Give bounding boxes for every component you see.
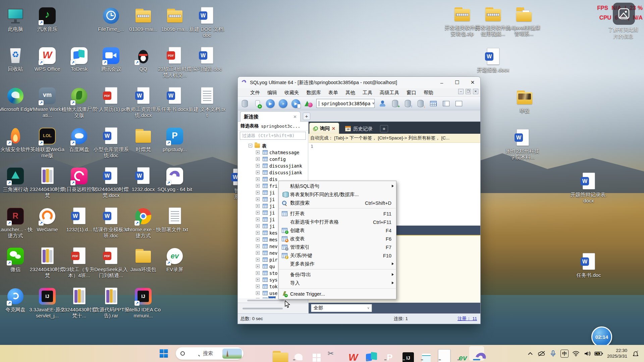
context-menu-item[interactable]: ✎改变表F6 xyxy=(279,235,396,243)
new-connection-icon[interactable]: + xyxy=(253,99,263,109)
desktop-icon[interactable]: 毕设 xyxy=(506,88,543,114)
edge-button[interactable] xyxy=(287,346,302,361)
tree-root-row[interactable]: −表 xyxy=(238,142,308,149)
desktop-icon[interactable]: W开题答辩记录表.docx xyxy=(570,172,607,204)
wps-button[interactable]: W xyxy=(341,346,356,361)
expand-icon[interactable]: + xyxy=(256,204,260,208)
expand-icon[interactable]: + xyxy=(256,157,260,161)
desktop-icon[interactable]: ev↗EV录屏 xyxy=(156,246,194,273)
connect-icon[interactable] xyxy=(240,99,250,109)
filter-input[interactable]: 过滤器 (Ctrl+Shift+B) xyxy=(240,132,306,140)
wifi-icon[interactable] xyxy=(571,349,581,359)
document-app-button[interactable] xyxy=(432,346,447,361)
copy-database-icon[interactable]: + xyxy=(390,99,400,109)
context-menu-item[interactable]: 数据搜索Ctrl+Shift+D xyxy=(279,199,396,207)
mdi-minimize-button[interactable]: – xyxy=(458,89,464,94)
context-menu-item[interactable]: 更多表操作 xyxy=(279,260,396,268)
ev-recorder-button[interactable]: ev xyxy=(451,346,466,361)
context-menu-item[interactable]: 备份/导出 xyxy=(279,270,396,279)
battery-icon[interactable] xyxy=(594,349,604,359)
export-database-icon[interactable]: ↑ xyxy=(403,99,413,109)
expand-icon[interactable]: + xyxy=(256,278,260,282)
new-query-tab-button[interactable]: + xyxy=(380,125,388,132)
context-menu-item[interactable]: ⚷关/系/外键F10 xyxy=(279,251,396,260)
desktop-icon[interactable]: P↗phpstudy... xyxy=(156,126,194,153)
menubar-item[interactable]: 其他 xyxy=(342,88,359,97)
menubar-item[interactable]: 窗口 xyxy=(403,88,420,97)
expand-icon[interactable]: + xyxy=(256,150,260,154)
expand-icon[interactable]: + xyxy=(256,291,260,295)
execute-query-icon[interactable]: ▶ xyxy=(265,99,275,109)
database-combo[interactable]: springboot3c3856pa˅ xyxy=(316,99,375,108)
expand-icon[interactable]: + xyxy=(256,218,260,221)
expand-icon[interactable]: + xyxy=(256,164,260,168)
connection-tab-close-icon[interactable]: ✕ xyxy=(293,114,297,119)
expand-icon[interactable]: + xyxy=(256,285,260,288)
result-filter-combo[interactable]: 全部 ˅ xyxy=(311,304,372,312)
tray-expand-chevron-icon[interactable] xyxy=(525,349,535,359)
desktop-icon[interactable]: 1.6javaEE健康管理系... xyxy=(505,5,543,37)
context-menu-item[interactable]: Create Trigger... xyxy=(279,290,396,298)
expand-icon[interactable]: + xyxy=(256,244,260,248)
connection-tab[interactable]: 新连接 ✕ xyxy=(240,111,301,122)
phpstudy-button[interactable]: P xyxy=(378,346,393,361)
sidebar-bottom-scrollbar[interactable] xyxy=(238,303,309,313)
desktop-icon[interactable]: W任务书.doc xyxy=(570,252,607,278)
tree-table-row[interactable]: +discussjiank xyxy=(238,169,308,176)
menubar-item[interactable]: 工具 xyxy=(359,88,376,97)
expand-icon[interactable]: + xyxy=(256,184,260,188)
onedrive-offline-icon[interactable] xyxy=(537,349,547,359)
desktop-icon[interactable]: ↗SQLyog - 64 bit xyxy=(156,166,194,192)
expand-icon[interactable]: + xyxy=(256,197,260,201)
menubar-item[interactable]: 编辑 xyxy=(264,88,281,97)
tray-clock[interactable]: 22:30 2025/3/31 xyxy=(607,348,627,359)
menubar-item[interactable]: 文件 xyxy=(247,88,264,97)
maximize-button[interactable]: ☐ xyxy=(449,77,465,88)
context-menu-item[interactable]: 在新选项卡中打开表格Ctrl+F11 xyxy=(279,218,396,226)
desktop-icon[interactable]: ♪↗汽水音乐 xyxy=(29,6,66,32)
expand-icon[interactable]: + xyxy=(256,238,260,241)
context-menu-item[interactable]: 打开表F11 xyxy=(279,209,396,218)
stop-query-icon[interactable] xyxy=(304,99,314,109)
volume-icon[interactable] xyxy=(582,349,592,359)
expand-icon[interactable]: + xyxy=(256,177,260,181)
layout-split-icon[interactable] xyxy=(441,99,451,109)
floating-clock-widget[interactable]: 02:14 xyxy=(591,326,612,347)
context-menu-item[interactable]: 导入 xyxy=(279,279,396,287)
window-titlebar[interactable]: SQLyog Ultimate 64 - [新连接/springboot3c38… xyxy=(238,77,480,88)
history-tab[interactable]: 18 历史记录 xyxy=(341,124,377,134)
collapse-icon[interactable]: − xyxy=(249,144,252,147)
table-data-icon[interactable] xyxy=(428,99,438,109)
context-menu-item[interactable]: +创建表F4 xyxy=(279,226,396,235)
user-icon[interactable] xyxy=(377,99,387,109)
spotlight-caption[interactable]: 了解有关此图片的信息 xyxy=(606,26,641,39)
start-button[interactable] xyxy=(156,346,171,361)
close-button[interactable]: ✕ xyxy=(465,77,480,88)
file-explorer-button[interactable] xyxy=(269,346,283,361)
import-database-icon[interactable]: ↓ xyxy=(416,99,426,109)
microsoft-store-button[interactable] xyxy=(305,346,320,361)
minimize-button[interactable]: – xyxy=(434,77,449,88)
snipping-tool-button[interactable]: ✂ xyxy=(323,346,338,361)
ime-indicator[interactable]: 中 xyxy=(559,349,570,359)
desktop-icon[interactable]: W附件2郑州科技学院本科... xyxy=(504,128,541,161)
tree-table-row[interactable]: +chatmessage xyxy=(238,149,308,156)
expand-icon[interactable]: + xyxy=(256,211,260,215)
query-tab-close-icon[interactable]: ✕ xyxy=(332,126,335,131)
expand-icon[interactable]: + xyxy=(256,171,260,174)
context-menu-item[interactable]: 将表复制到不同的主机/数据库... xyxy=(279,190,396,199)
context-menu-item[interactable]: =管理索引F7 xyxy=(279,243,396,251)
desktop-icon[interactable]: W开题报告.docx xyxy=(474,47,512,73)
notepad-button[interactable] xyxy=(415,346,429,361)
expand-icon[interactable]: + xyxy=(256,231,260,235)
layout-full-icon[interactable] xyxy=(454,99,464,109)
expand-icon[interactable]: + xyxy=(256,191,260,194)
menubar-item[interactable]: 表单 xyxy=(325,88,342,97)
menubar-item[interactable]: 数据库 xyxy=(303,88,325,97)
menubar-item[interactable]: 高级工具 xyxy=(376,88,403,97)
taskbar-search[interactable]: 搜索 xyxy=(176,347,244,360)
tree-table-row[interactable]: +discussjiank xyxy=(238,163,308,169)
mdi-close-button[interactable]: ✕ xyxy=(473,89,478,94)
spotlight-button[interactable] xyxy=(613,3,635,25)
desktop-icon[interactable]: IJ↗IntelliJ IDEA Communi... xyxy=(124,287,162,319)
